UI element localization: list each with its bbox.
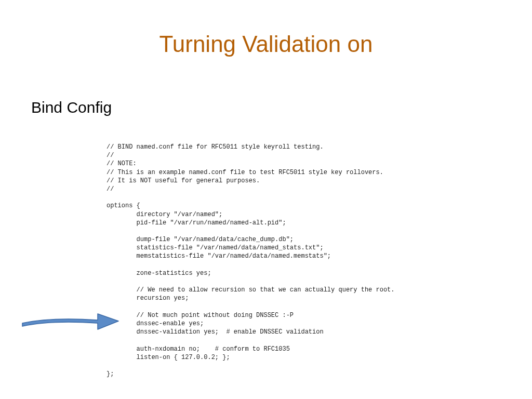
slide-subtitle: Bind Config <box>31 99 112 116</box>
slide-title: Turning Validation on <box>0 31 532 57</box>
arrow-icon <box>20 308 124 334</box>
slide: Turning Validation on Bind Config // BIN… <box>0 0 532 399</box>
code-block: // BIND named.conf file for RFC5011 styl… <box>107 143 395 378</box>
